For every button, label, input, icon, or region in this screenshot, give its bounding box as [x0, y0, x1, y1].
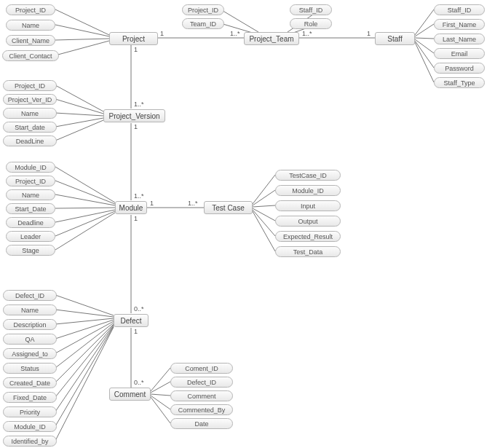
entity-label: Project_Version	[108, 112, 159, 120]
svg-line-30	[55, 210, 115, 222]
entity-project-version: Project_Version	[103, 109, 165, 122]
attr-defect-id: Defect_ID	[3, 290, 57, 301]
attr-password: Password	[434, 63, 485, 74]
attr-d-created: Created_Date	[3, 377, 57, 388]
svg-line-29	[55, 208, 115, 208]
card-defect-top: 0..*	[134, 305, 144, 313]
attr-tc-output: Output	[275, 216, 341, 227]
attr-tc-expected: Expected_Result	[275, 231, 341, 242]
attr-client-name: Client_Name	[6, 35, 55, 46]
entity-label: Defect	[121, 317, 142, 325]
svg-line-31	[55, 211, 115, 236]
attr-d-desc: Description	[3, 319, 57, 330]
svg-line-19	[415, 41, 434, 68]
entity-label: Comment	[114, 390, 146, 398]
svg-line-18	[415, 39, 434, 53]
attr-d-name: Name	[3, 304, 57, 315]
svg-line-9	[55, 39, 109, 40]
svg-line-26	[55, 167, 115, 203]
attr-d-fixed: Fixed_Date	[3, 392, 57, 403]
svg-line-48	[55, 326, 114, 426]
entity-label: Project	[122, 35, 145, 43]
attr-m-stage: Stage	[6, 245, 55, 256]
attr-d-identified: Identified_by	[3, 436, 57, 447]
svg-line-20	[415, 42, 434, 82]
svg-line-21	[55, 85, 103, 111]
entity-label: Project_Team	[249, 35, 293, 43]
attr-project-id: Project_ID	[6, 4, 55, 15]
svg-line-49	[55, 327, 114, 441]
svg-line-53	[151, 396, 170, 409]
attr-c-id: Coment_ID	[170, 363, 233, 374]
attr-c-comment: Comment	[170, 390, 233, 401]
svg-line-45	[55, 324, 114, 382]
card-project-below: 1	[134, 46, 138, 53]
svg-line-25	[55, 120, 103, 141]
card-pv-top: 1..*	[134, 101, 144, 108]
attr-staff-id: Staff_ID	[434, 4, 485, 15]
svg-line-42	[55, 320, 114, 339]
attr-d-module: Module_ID	[3, 421, 57, 432]
card-module-below: 1	[134, 215, 138, 222]
attr-pt-project-id: Project_ID	[182, 4, 224, 15]
attr-pv-deadline: DeadLine	[3, 135, 57, 146]
attr-d-priority: Priority	[3, 406, 57, 417]
svg-line-28	[55, 194, 115, 205]
entity-comment: Comment	[109, 388, 151, 401]
card-pv-below: 1	[134, 123, 138, 130]
card-team-staff-left: 1..*	[302, 30, 312, 37]
entity-label: Module	[119, 204, 143, 212]
svg-line-46	[55, 325, 114, 397]
attr-m-start: Start_Date	[6, 203, 55, 214]
svg-line-44	[55, 323, 114, 368]
card-testcase-left: 1..*	[188, 200, 198, 207]
attr-pv-project-id: Project_ID	[3, 80, 57, 91]
connector-lines	[0, 0, 495, 448]
svg-line-10	[55, 41, 109, 55]
attr-pt-role: Role	[290, 18, 332, 29]
svg-line-41	[55, 318, 114, 324]
attr-d-status: Status	[3, 363, 57, 374]
attr-client-contact: Client_Contact	[2, 50, 59, 61]
attr-pt-staff-id: Staff_ID	[290, 4, 332, 15]
attr-m-project-id: Project_ID	[6, 176, 55, 186]
attr-m-leader: Leader	[6, 231, 55, 242]
attr-email: Email	[434, 48, 485, 59]
attr-d-assigned: Assigned_to	[3, 348, 57, 359]
svg-line-43	[55, 321, 114, 353]
card-team-staff-right: 1	[367, 30, 371, 37]
svg-line-8	[55, 25, 109, 36]
svg-line-24	[55, 118, 103, 127]
svg-line-47	[55, 326, 114, 412]
entity-test-case: Test Case	[204, 201, 253, 214]
attr-d-qa: QA	[3, 334, 57, 345]
svg-line-22	[55, 99, 103, 114]
svg-line-35	[253, 205, 275, 207]
svg-line-16	[415, 24, 434, 36]
attr-c-defect: Defect_ID	[170, 377, 233, 388]
svg-line-36	[253, 208, 275, 221]
svg-line-34	[253, 190, 275, 205]
svg-line-52	[151, 394, 170, 396]
attr-tc-input: Input	[275, 200, 341, 211]
attr-staff-type: Staff_Type	[434, 77, 485, 88]
entity-module: Module	[115, 201, 147, 214]
svg-line-17	[415, 38, 434, 39]
svg-line-32	[55, 213, 115, 250]
card-project-team-left: 1	[160, 30, 164, 37]
svg-line-54	[151, 397, 170, 423]
svg-line-7	[55, 9, 109, 35]
card-module-right: 1	[150, 200, 154, 207]
card-defect-below: 1	[134, 328, 138, 335]
svg-line-37	[253, 210, 275, 236]
entity-label: Test Case	[212, 204, 244, 212]
attr-project-name: Name	[6, 20, 55, 31]
attr-c-date: Date	[170, 418, 233, 429]
card-project-team-right: 1..*	[230, 30, 240, 37]
svg-line-27	[55, 181, 115, 204]
attr-tc-module: Module_ID	[275, 185, 341, 196]
card-module-top: 1..*	[134, 192, 144, 200]
attr-pv-ver-id: Project_Ver_ID	[3, 94, 57, 105]
attr-pt-team-id: Team_ID	[182, 18, 224, 29]
svg-line-50	[151, 368, 170, 391]
